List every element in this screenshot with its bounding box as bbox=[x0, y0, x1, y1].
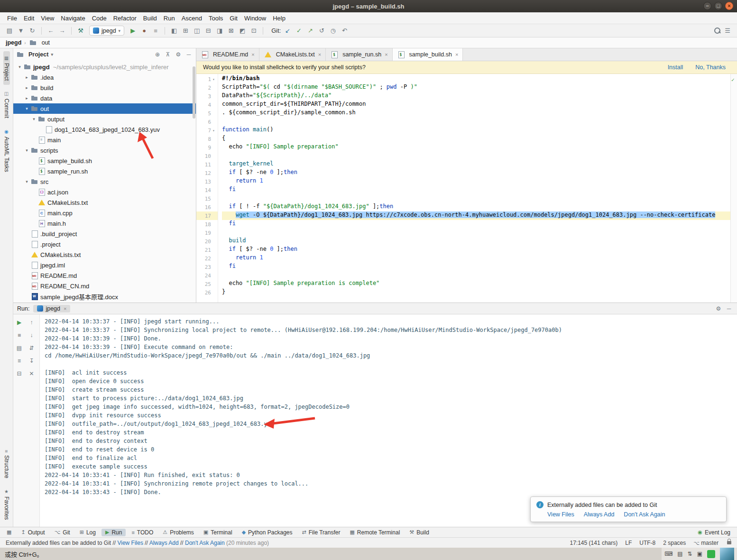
tool-remote-terminal[interactable]: ▦Remote Terminal bbox=[346, 529, 404, 536]
profiler-icon[interactable]: ⊞ bbox=[181, 26, 190, 36]
save-all-icon[interactable]: ▼ bbox=[16, 26, 26, 36]
prev-occurrence-icon[interactable]: ↑ bbox=[27, 318, 37, 327]
ime-indicator[interactable] bbox=[707, 550, 715, 558]
breadcrumb-project[interactable]: jpegd bbox=[6, 39, 21, 46]
editor-scrollbar[interactable]: ✓ bbox=[730, 74, 737, 303]
run-console[interactable]: 2022-04-14 10:33:37 - [INFO] jpegd start… bbox=[40, 314, 737, 527]
toolkit-icon[interactable]: ⊠ bbox=[226, 26, 236, 36]
close-icon[interactable]: × bbox=[318, 52, 321, 57]
tree-chevron-icon[interactable]: ▸ bbox=[23, 85, 30, 90]
run-icon[interactable]: ▶ bbox=[128, 26, 138, 36]
tree-item-main.h[interactable]: main.h bbox=[13, 218, 196, 229]
menu-ascend[interactable]: Ascend bbox=[178, 14, 205, 23]
tree-item-jpegd[interactable]: ▾jpegd~/samples/cplusplus/level2_simple_… bbox=[13, 62, 196, 72]
banner-action-install[interactable]: Install bbox=[668, 64, 683, 71]
stripe-item-favorites[interactable]: ★Favorites bbox=[3, 485, 10, 524]
status-link[interactable]: Don't Ask Again bbox=[185, 540, 225, 546]
board-icon[interactable]: ◩ bbox=[238, 26, 247, 36]
tool-terminal[interactable]: ▣Terminal bbox=[200, 529, 236, 536]
tool-file-transfer[interactable]: ⇄File Transfer bbox=[298, 529, 344, 536]
analysis-icon[interactable]: ◨ bbox=[215, 26, 224, 36]
tree-item-sample_jpegd基本原理.docx[interactable]: sample_jpegd基本原理.docx bbox=[13, 291, 196, 302]
tree-item-dog1_1024_683_jpegd_1024_683.yuv[interactable]: dog1_1024_683_jpegd_1024_683.yuv bbox=[13, 124, 196, 135]
tree-chevron-icon[interactable]: ▸ bbox=[23, 96, 30, 101]
menu-git[interactable]: Git bbox=[226, 14, 241, 23]
caret-position[interactable]: 17:145 (141 chars) bbox=[570, 540, 618, 546]
stop-icon[interactable]: ■ bbox=[15, 331, 24, 340]
hide-panel-icon[interactable]: ─ bbox=[184, 50, 193, 59]
run-tab[interactable]: jpegd × bbox=[33, 305, 70, 312]
stripe-item-automl-tasks[interactable]: ◉AutoML Tasks bbox=[3, 125, 10, 176]
sync-icon[interactable]: ↻ bbox=[28, 26, 37, 36]
log-icon[interactable]: ⊟ bbox=[203, 26, 213, 36]
git-rollback-icon[interactable]: ↺ bbox=[317, 26, 326, 36]
banner-action-no-thanks[interactable]: No, Thanks bbox=[695, 64, 726, 71]
tree-item-src[interactable]: ▾src bbox=[13, 176, 196, 187]
toolwindow-switcher-icon[interactable]: ▦ bbox=[3, 529, 15, 536]
maximize-button[interactable]: □ bbox=[714, 2, 722, 10]
model-converter-icon[interactable]: ◧ bbox=[169, 26, 179, 36]
tree-item-sample_build.sh[interactable]: sample_build.sh bbox=[13, 156, 196, 166]
close-button[interactable]: × bbox=[725, 2, 733, 10]
tool-python-packages[interactable]: ◆Python Packages bbox=[238, 529, 296, 536]
tree-item-build[interactable]: ▸build bbox=[13, 83, 196, 93]
git-undo-icon[interactable]: ↶ bbox=[340, 26, 349, 36]
stripe-item-commit[interactable]: ◫Commit bbox=[3, 87, 10, 122]
updown-icon[interactable]: ⇅ bbox=[688, 551, 692, 557]
stop-icon[interactable]: ■ bbox=[151, 26, 160, 36]
project-scrollbar[interactable] bbox=[193, 66, 195, 119]
tree-item-.project[interactable]: .project bbox=[13, 239, 196, 249]
git-push-icon[interactable]: ↗ bbox=[305, 26, 315, 36]
status-link[interactable]: View Files bbox=[117, 540, 143, 546]
notification-action-view-files[interactable]: View Files bbox=[547, 511, 574, 518]
tree-item-jpegd.iml[interactable]: jpegd.iml bbox=[13, 260, 196, 270]
file-encoding[interactable]: UTF-8 bbox=[639, 540, 655, 546]
tree-item-CMakeLists.txt[interactable]: CMakeLists.txt bbox=[13, 249, 196, 260]
tool-run[interactable]: ▶Run bbox=[101, 529, 126, 536]
tool-log[interactable]: ⊞Log bbox=[76, 529, 100, 536]
tool-output[interactable]: ↥Output bbox=[17, 529, 48, 536]
dump-threads-icon[interactable]: ▤ bbox=[15, 344, 24, 352]
simulator-icon[interactable]: ⊡ bbox=[249, 26, 258, 36]
menu-view[interactable]: View bbox=[37, 14, 57, 23]
tree-item-sample_run.sh[interactable]: sample_run.sh bbox=[13, 166, 196, 176]
menu-file[interactable]: File bbox=[4, 14, 20, 23]
collapse-all-icon[interactable]: ⊼ bbox=[164, 50, 172, 59]
close-icon[interactable]: × bbox=[64, 306, 66, 312]
tab-CMakeLists.txt[interactable]: CMakeLists.txt× bbox=[259, 48, 326, 61]
line-separator[interactable]: LF bbox=[625, 540, 632, 546]
tree-item-main.cpp[interactable]: main.cpp bbox=[13, 208, 196, 218]
stripe-item-project[interactable]: ▦Project bbox=[3, 51, 10, 85]
tree-chevron-icon[interactable]: ▾ bbox=[16, 64, 23, 69]
input-mode-icon[interactable]: ▣ bbox=[697, 551, 702, 557]
tree-item-.build_project[interactable]: .build_project bbox=[13, 229, 196, 239]
tree-chevron-icon[interactable]: ▾ bbox=[23, 148, 30, 153]
tool-event-log[interactable]: ◉Event Log bbox=[694, 529, 734, 536]
sort-icon[interactable]: ⇵ bbox=[27, 344, 37, 352]
tree-chevron-icon[interactable]: ▾ bbox=[23, 179, 30, 184]
tree-item-CMakeLists.txt[interactable]: CMakeLists.txt bbox=[13, 197, 196, 208]
tree-item-README_CN.md[interactable]: README_CN.md bbox=[13, 281, 196, 291]
tree-chevron-icon[interactable]: ▾ bbox=[23, 106, 30, 111]
tree-item-output[interactable]: ▾output bbox=[13, 114, 196, 124]
git-commit-icon[interactable]: ✓ bbox=[294, 26, 304, 36]
menu-edit[interactable]: Edit bbox=[20, 14, 37, 23]
layout-icon[interactable]: ▤ bbox=[677, 551, 682, 557]
git-history-icon[interactable]: ◷ bbox=[328, 26, 338, 36]
tree-item-main[interactable]: main bbox=[13, 135, 196, 145]
minimize-button[interactable]: – bbox=[703, 2, 711, 10]
scroll-to-end-icon[interactable]: ↧ bbox=[27, 357, 37, 365]
menu-refactor[interactable]: Refactor bbox=[110, 14, 140, 23]
build-icon[interactable]: ⚒ bbox=[76, 26, 85, 36]
tree-chevron-icon[interactable]: ▸ bbox=[23, 75, 30, 80]
indent-setting[interactable]: 2 spaces bbox=[663, 540, 686, 546]
tool-problems[interactable]: ⚠Problems bbox=[159, 529, 198, 536]
tool-git[interactable]: ⌥Git bbox=[51, 529, 74, 536]
breadcrumb-folder[interactable]: out bbox=[42, 39, 50, 46]
run-settings-icon[interactable]: ⚙ bbox=[714, 304, 723, 313]
tool-todo[interactable]: ≡TODO bbox=[128, 529, 157, 536]
run-config-selector[interactable]: jpegd ▾ bbox=[89, 26, 124, 36]
close-icon[interactable]: × bbox=[385, 52, 387, 57]
menu-navigate[interactable]: Navigate bbox=[57, 14, 88, 23]
menu-help[interactable]: Help bbox=[269, 14, 289, 23]
